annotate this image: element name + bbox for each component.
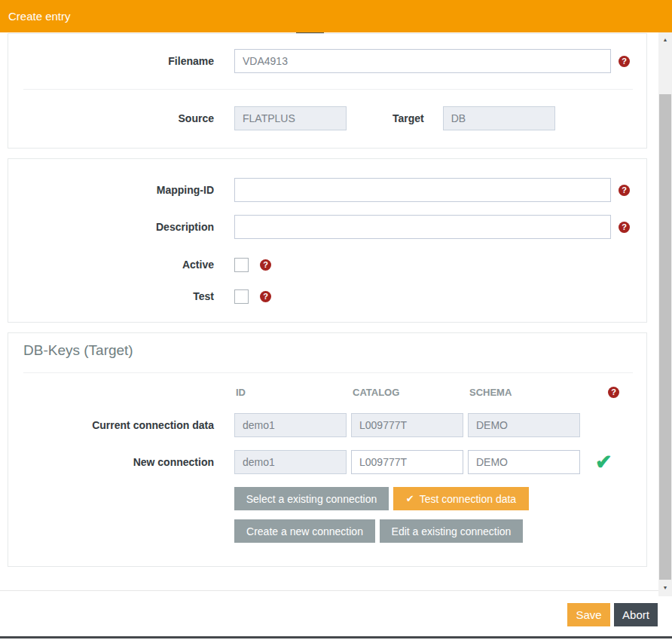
- test-row: Test ?: [8, 289, 646, 304]
- db-keys-title: DB-Keys (Target): [23, 342, 133, 359]
- active-help-icon[interactable]: ?: [260, 259, 271, 271]
- create-new-connection-button[interactable]: Create a new connection: [234, 519, 375, 543]
- active-row: Active ?: [8, 257, 646, 272]
- new-connection-row: New connection ✔: [8, 450, 646, 474]
- mapping-id-row: Mapping-ID ?: [8, 178, 646, 202]
- new-id-input: [234, 450, 347, 474]
- column-header-catalog: CATALOG: [351, 387, 463, 398]
- target-label: Target: [393, 112, 424, 124]
- mapping-id-label: Mapping-ID: [8, 184, 214, 196]
- mapping-id-help-icon[interactable]: ?: [619, 185, 630, 196]
- source-target-row: Source Target: [8, 106, 646, 130]
- current-connection-label: Current connection data: [8, 419, 214, 431]
- new-catalog-input[interactable]: [351, 450, 463, 474]
- filename-help-icon[interactable]: ?: [619, 56, 630, 67]
- current-schema-input: [468, 413, 580, 437]
- edit-existing-connection-button[interactable]: Edit a existing connection: [380, 519, 523, 543]
- column-header-id: ID: [234, 387, 347, 398]
- active-checkbox[interactable]: [234, 258, 249, 272]
- section-divider: [23, 372, 633, 373]
- vertical-scrollbar[interactable]: ▲ ▼: [658, 32, 672, 596]
- column-header-schema: SCHEMA: [468, 387, 580, 398]
- mapping-id-input[interactable]: [234, 178, 611, 202]
- scroll-down-arrow-icon[interactable]: ▼: [658, 583, 672, 593]
- test-connection-data-label: Test connection data: [420, 493, 516, 505]
- abort-button[interactable]: Abort: [614, 603, 658, 626]
- new-schema-input[interactable]: [468, 450, 580, 474]
- basic-info-panel: Filename ? Source Target: [8, 33, 647, 149]
- description-label: Description: [8, 221, 214, 233]
- new-connection-label: New connection: [8, 456, 214, 468]
- panel-divider: [23, 89, 633, 90]
- connection-valid-check-icon: ✔: [595, 452, 612, 473]
- test-help-icon[interactable]: ?: [260, 291, 271, 302]
- scroll-up-arrow-icon[interactable]: ▲: [658, 35, 672, 45]
- scrollbar-thumb[interactable]: [659, 94, 671, 580]
- description-input[interactable]: [234, 215, 611, 239]
- current-catalog-input: [351, 413, 463, 437]
- test-label: Test: [8, 290, 214, 302]
- mapping-panel: Mapping-ID ? Description ? Active ? Test…: [8, 158, 647, 323]
- connection-buttons-row-1: Select a existing connection ✔ Test conn…: [234, 487, 529, 510]
- current-connection-row: Current connection data: [8, 413, 646, 437]
- save-button[interactable]: Save: [567, 603, 610, 626]
- window-bottom-edge: [0, 636, 672, 638]
- dialog-title: Create entry: [8, 10, 71, 23]
- db-keys-panel: DB-Keys (Target) ID CATALOG SCHEMA ? Cur…: [8, 332, 647, 567]
- description-row: Description ?: [8, 215, 646, 239]
- current-id-input: [234, 413, 347, 437]
- description-help-icon[interactable]: ?: [619, 222, 630, 233]
- source-input: [234, 106, 347, 130]
- check-icon: ✔: [406, 493, 414, 504]
- select-existing-connection-label: Select a existing connection: [246, 493, 377, 505]
- source-label: Source: [8, 112, 214, 124]
- db-keys-column-headers: ID CATALOG SCHEMA ?: [8, 384, 646, 400]
- select-existing-connection-button[interactable]: Select a existing connection: [234, 487, 389, 510]
- filename-row: Filename ?: [8, 49, 646, 73]
- dialog-header: Create entry: [0, 0, 672, 32]
- edit-existing-connection-label: Edit a existing connection: [392, 525, 512, 537]
- test-checkbox[interactable]: [234, 289, 249, 304]
- filename-input[interactable]: [234, 49, 611, 73]
- filename-label: Filename: [8, 55, 214, 67]
- create-new-connection-label: Create a new connection: [246, 525, 363, 537]
- target-input: [443, 106, 555, 130]
- test-connection-data-button[interactable]: ✔ Test connection data: [393, 487, 529, 510]
- active-label: Active: [8, 259, 214, 271]
- db-keys-help-icon[interactable]: ?: [608, 387, 619, 398]
- footer-divider: [0, 590, 672, 591]
- connection-buttons-row-2: Create a new connection Edit a existing …: [234, 519, 523, 543]
